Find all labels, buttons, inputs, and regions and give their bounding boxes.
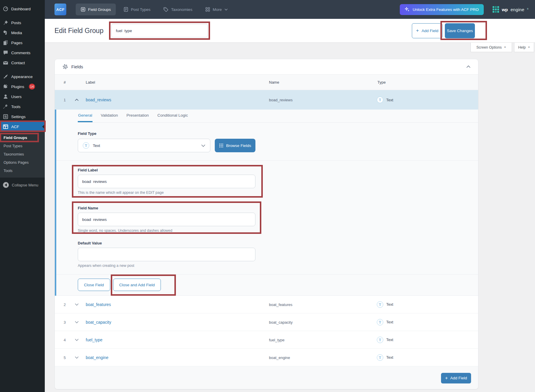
field-type-select[interactable]: T Text [78,139,210,152]
acf-submenu: Field Groups Post Types Taxonomies Optio… [0,132,45,178]
tab-label: More [213,7,222,12]
acf-top-bar: ACF Field Groups Post Types Taxonomies M… [45,0,535,19]
sidebar-item-media[interactable]: Media [0,28,45,38]
field-type-cell: T Text [377,337,393,343]
unlock-acf-pro-button[interactable]: Unlock Extra Features with ACF PRO [400,4,484,15]
default-value-input[interactable] [78,248,255,261]
sidebar-item-tools[interactable]: Tools [0,102,45,112]
add-field-button-bottom[interactable]: + Add Field [441,373,471,383]
field-type-cell: T Text [377,319,393,325]
sidebar-item-pages[interactable]: Pages [0,38,45,48]
current-menu-arrow [42,124,45,129]
field-type-cell: T Text [377,354,393,361]
pro-button-label: Unlock Extra Features with ACF PRO [413,7,479,12]
submenu-item-tools[interactable]: Tools [0,166,45,175]
field-type-selected-value: Text [93,143,100,148]
close-and-add-field-button[interactable]: Close and Add Field [113,279,161,291]
chevron-down-icon[interactable] [75,356,79,359]
column-number: # [64,80,66,85]
acf-nav-tabs: Field Groups Post Types Taxonomies More [76,4,233,15]
collapse-arrow-icon [3,182,9,188]
plugin-icon [3,84,8,89]
fields-panel-footer: + Add Field [55,366,478,389]
submenu-item-options-pages[interactable]: Options Pages [0,158,45,166]
sparkle-icon [405,7,410,12]
field-label-group: Field Label This is the name which will … [78,168,255,195]
sidebar-item-label: Media [11,31,22,35]
dashboard-icon [3,6,8,11]
chevron-down-icon[interactable] [75,321,79,323]
default-value-group: Default Value Appears when creating a ne… [78,241,255,268]
sidebar-item-label: Users [11,95,22,99]
tab-conditional-logic[interactable]: Conditional Logic [157,110,188,122]
screen-options-tab[interactable]: Screen Options ▼ [470,43,512,52]
field-name-input[interactable] [78,213,255,226]
edit-field-group-header: Edit Field Group + Add Field Save Change… [45,19,535,43]
field-row-boat-features[interactable]: 2 boat_features boat_features T Text [55,296,478,313]
field-label-link[interactable]: boat_engine [86,355,108,360]
field-row-fuel-type[interactable]: 4 fuel_type fuel_type T Text [55,331,478,349]
plugins-update-badge: 14 [29,84,35,90]
sidebar-item-comments[interactable]: Comments [0,48,45,58]
submenu-item-post-types[interactable]: Post Types [0,142,45,150]
field-label-link[interactable]: boad_reviews [86,97,111,102]
tab-general[interactable]: General [78,110,93,122]
collapse-menu-button[interactable]: Collapse Menu [0,180,45,190]
tab-field-groups[interactable]: Field Groups [76,4,116,15]
help-label: Help [518,45,526,49]
field-type-cell: T Text [377,97,393,103]
field-label-link[interactable]: boat_capacity [86,320,111,325]
sidebar-item-users[interactable]: Users [0,92,45,102]
field-settings-panel: General Validation Presentation Conditio… [55,110,478,296]
submenu-item-taxonomies[interactable]: Taxonomies [0,150,45,158]
field-name-value: boat_features [269,302,293,307]
browse-fields-button[interactable]: Browse Fields [215,139,255,152]
sidebar-item-label: Contact [11,61,25,65]
page-title: Edit Field Group [55,27,103,35]
close-field-button[interactable]: Close Field [78,279,110,291]
field-row-boat-engine[interactable]: 5 boat_engine boat_engine T Text [55,349,478,366]
field-row-boat-capacity[interactable]: 3 boat_capacity boat_capacity T Text [55,313,478,331]
sidebar-item-plugins[interactable]: Plugins 14 [0,82,45,92]
sidebar-item-label: ACF [11,125,19,129]
chevron-down-icon [224,9,228,11]
tab-taxonomies[interactable]: Taxonomies [158,4,197,15]
tab-more[interactable]: More [200,4,233,15]
chevron-down-icon[interactable] [75,303,79,306]
chevron-up-icon[interactable] [75,99,79,101]
submenu-item-field-groups[interactable]: Field Groups [0,133,45,142]
field-row-boad-reviews[interactable]: 1 boad_reviews boad_reviews T Text [55,90,478,110]
post-types-icon [124,7,128,12]
field-groups-icon [81,7,85,12]
fields-panel-header: Fields [55,59,478,75]
help-tab[interactable]: Help ▼ [514,43,534,52]
add-field-button[interactable]: + Add Field [412,23,442,38]
sidebar-item-settings[interactable]: Settings [0,112,45,122]
save-changes-button[interactable]: Save Changes [445,23,475,38]
acf-table-icon [3,124,8,129]
sidebar-item-contact[interactable]: Contact [0,58,45,68]
sidebar-item-acf[interactable]: ACF [0,122,45,132]
user-icon [3,94,8,99]
field-label-link[interactable]: boat_features [86,302,111,307]
collapse-menu-label: Collapse Menu [12,183,38,187]
panel-collapse-button[interactable] [466,65,470,68]
chevron-down-icon[interactable] [75,339,79,341]
sidebar-item-appearance[interactable]: Appearance [0,72,45,82]
field-type-value: Text [386,302,393,307]
sidebar-item-dashboard[interactable]: Dashboard [0,4,45,14]
chevron-down-icon [201,144,205,147]
tab-post-types[interactable]: Post Types [119,4,156,15]
sliders-icon [3,114,8,119]
wp-engine-logo: wpengine® [493,6,529,13]
tab-validation[interactable]: Validation [100,110,118,122]
field-label-input[interactable] [78,175,255,188]
field-group-title-input[interactable] [111,24,208,37]
sidebar-item-label: Tools [11,105,21,109]
field-label-link[interactable]: fuel_type [86,338,103,342]
brand-wp: wp [502,7,508,12]
tab-presentation[interactable]: Presentation [126,110,149,122]
sidebar-item-posts[interactable]: Posts [0,18,45,28]
sidebar-item-label: Comments [11,51,30,55]
plus-icon: + [445,376,448,381]
